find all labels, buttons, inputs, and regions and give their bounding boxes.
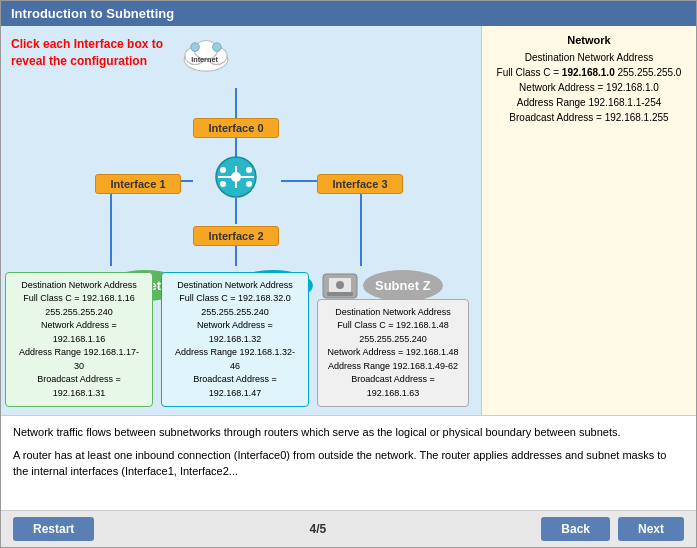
right-panel: Network Destination Network Address Full… [481,26,696,415]
svg-rect-33 [327,292,353,296]
svg-point-34 [336,281,344,289]
info-box-subnet-x: Destination Network Address Full Class C… [5,272,153,408]
title-text: Introduction to Subnetting [11,6,174,21]
interface-2-box[interactable]: Interface 2 [193,226,279,246]
footer: Restart 4/5 Back Next [1,510,696,547]
interface-0-box[interactable]: Interface 0 [193,118,279,138]
instruction-text: Click each Interface box to reveal the c… [11,36,163,70]
interface-3-box[interactable]: Interface 3 [317,174,403,194]
next-button[interactable]: Next [618,517,684,541]
main-content: Click each Interface box to reveal the c… [1,26,696,415]
svg-text:Internet: Internet [191,55,218,64]
svg-point-12 [191,43,200,52]
interface-1-box[interactable]: Interface 1 [95,174,181,194]
subnet-z-label[interactable]: Subnet Z [363,270,443,301]
svg-point-19 [220,167,226,173]
diagram-area: Click each Interface box to reveal the c… [1,26,481,415]
network-panel-title: Network [490,34,688,46]
bottom-para2: A router has at least one inbound connec… [13,447,684,480]
info-box-subnet-y: Destination Network Address Full Class C… [161,272,309,408]
internet-node: Internet [176,34,236,74]
internet-icon: Internet [176,34,236,74]
info-box-subnet-z: Destination Network Address Full Class C… [317,299,469,408]
svg-point-18 [231,172,241,182]
title-bar: Introduction to Subnetting [1,1,696,26]
bottom-text-area: Network traffic flows between subnetwork… [1,415,696,510]
restart-button[interactable]: Restart [13,517,94,541]
svg-point-22 [246,181,252,187]
bottom-para1: Network traffic flows between subnetwork… [13,424,684,441]
back-button[interactable]: Back [541,517,610,541]
svg-point-21 [220,181,226,187]
page-indicator: 4/5 [309,522,326,536]
router-icon [208,156,264,198]
router-device [208,156,264,198]
svg-point-13 [213,43,222,52]
network-panel-info: Destination Network Address Full Class C… [490,50,688,125]
svg-point-20 [246,167,252,173]
main-window: Introduction to Subnetting [0,0,697,548]
nav-buttons: Back Next [541,517,684,541]
